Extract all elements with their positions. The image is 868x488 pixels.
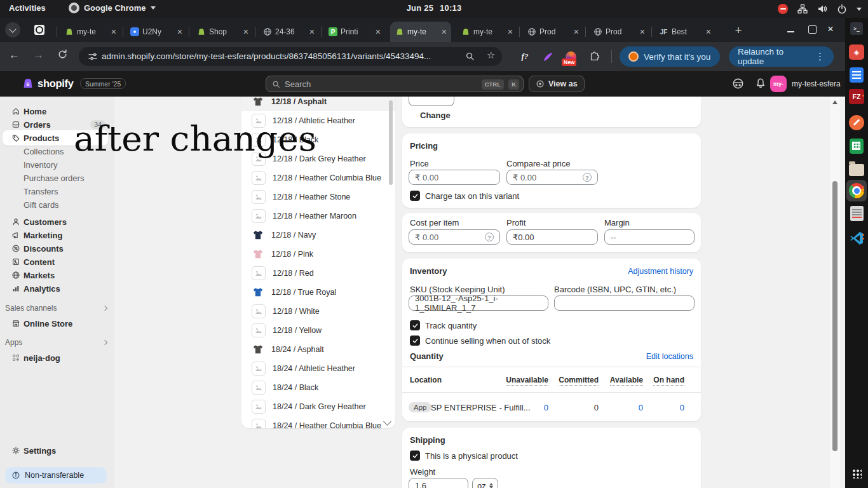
col-committed[interactable]: Committed <box>548 376 599 384</box>
margin-input[interactable]: -- <box>604 229 695 245</box>
screenshot-editor-icon[interactable] <box>848 114 865 131</box>
variant-list-scrollbar[interactable] <box>389 100 393 185</box>
variant-list-item[interactable]: 12/18 / Heather Columbia Blue <box>241 168 395 187</box>
sku-input[interactable]: 3001B-12_-Asp25-1_i-1_SIMILAR_1_7 <box>409 295 548 311</box>
sidebar-item-online-store[interactable]: Online Store <box>0 316 114 330</box>
extension-lightshot-icon[interactable] <box>541 50 554 63</box>
sidebar-item-markets[interactable]: Markets <box>0 268 114 282</box>
filezilla-icon[interactable] <box>848 88 865 105</box>
profit-input[interactable]: ₹0.00 <box>506 229 598 245</box>
sidebar-item-gift-cards[interactable]: Gift cards <box>0 198 114 212</box>
variant-list-item[interactable]: 12/18 / White <box>241 302 395 321</box>
system-tray[interactable] <box>778 0 862 18</box>
variant-list-item[interactable]: 12/18 / True Royal <box>241 283 395 302</box>
variant-list-item[interactable]: 12/18 / Navy <box>241 226 395 245</box>
sidebar-item-transfers[interactable]: Transfers <box>0 184 114 198</box>
track-quantity-checkbox[interactable] <box>410 320 420 330</box>
store-avatar[interactable]: my- <box>770 76 787 92</box>
variant-list-item[interactable]: 12/18 / Black <box>241 130 395 149</box>
sidebar-item-customers[interactable]: Customers <box>0 215 114 229</box>
variant-list-item[interactable]: 18/24 / Athletic Heather <box>241 359 395 378</box>
col-unavailable[interactable]: Unavailable <box>498 376 548 384</box>
window-minimize-button[interactable] <box>787 24 796 33</box>
sidebar-item-orders[interactable]: Orders 34 <box>0 118 114 132</box>
shopify-logo[interactable]: s shopify <box>22 76 74 90</box>
sidebar-item-home[interactable]: Home <box>0 104 114 118</box>
on-hand-value[interactable]: 0 <box>634 403 684 412</box>
browser-tab[interactable]: my-te × <box>60 22 121 42</box>
change-image-button[interactable]: Change <box>420 111 451 120</box>
show-apps-grid-icon[interactable] <box>848 465 865 482</box>
browser-tab[interactable]: U2Ny × <box>126 22 187 42</box>
spreadsheet-app-icon[interactable] <box>848 138 865 154</box>
edition-badge[interactable]: Summer '25 <box>80 78 126 89</box>
continue-selling-checkbox[interactable] <box>410 336 420 346</box>
cost-input[interactable]: ₹ 0.00 <box>409 229 500 245</box>
tab-close-icon[interactable]: × <box>376 27 381 36</box>
tab-close-icon[interactable]: × <box>243 27 248 36</box>
bookmark-star-icon[interactable]: ☆ <box>487 50 495 61</box>
weight-unit-select[interactable]: oz <box>472 478 498 488</box>
zoom-page-icon[interactable] <box>465 51 475 63</box>
scrollbar-thumb[interactable] <box>832 181 837 451</box>
plan-banner[interactable]: Non-transferable <box>5 467 107 484</box>
pinned-tab-favicon[interactable] <box>34 25 44 35</box>
variant-list-item[interactable]: 12/18 / Yellow <box>241 321 395 340</box>
scroll-up-arrow-icon[interactable] <box>832 100 837 104</box>
variant-list-item[interactable]: 18/24 / Dark Grey Heather <box>241 397 395 416</box>
browser-tab[interactable]: Best × <box>654 22 715 42</box>
extensions-puzzle-icon[interactable] <box>588 50 601 63</box>
file-manager-icon[interactable] <box>848 160 865 177</box>
extension-fakefiller-icon[interactable] <box>519 50 531 63</box>
view-as-button[interactable]: View as <box>529 76 585 92</box>
variant-list-item[interactable]: 12/18 / Red <box>241 264 395 283</box>
weight-input[interactable]: 1.6 <box>409 478 468 488</box>
sidebar-item-settings[interactable]: Settings <box>0 444 114 458</box>
help-icon[interactable] <box>583 173 592 182</box>
page-scrollbar[interactable] <box>830 97 840 488</box>
forward-button[interactable]: → <box>33 49 44 62</box>
sidebar-item-collections[interactable]: Collections <box>0 144 114 158</box>
window-close-button[interactable]: × <box>827 23 834 36</box>
variant-list-item[interactable]: 18/24 / Heather Columbia Blue <box>241 416 395 428</box>
tab-close-icon[interactable]: × <box>508 27 513 36</box>
charge-tax-checkbox[interactable] <box>410 191 420 201</box>
document-app-icon[interactable] <box>848 67 865 83</box>
document-viewer-icon[interactable] <box>848 205 865 222</box>
variant-list-item[interactable]: 12/18 / Asphalt <box>241 97 395 111</box>
variant-list-item[interactable]: 12/18 / Dark Grey Heather <box>241 149 395 168</box>
clock[interactable]: Jun 2510:13 <box>0 3 868 13</box>
browser-tab[interactable]: 24-36 × <box>258 22 319 42</box>
variant-image-box[interactable] <box>409 97 454 106</box>
browser-tab[interactable]: Prod × <box>588 22 649 42</box>
variant-list-item[interactable]: 18/24 / Black <box>241 378 395 397</box>
back-button[interactable]: ← <box>9 49 20 62</box>
sidekick-icon[interactable] <box>732 78 744 92</box>
tab-search-button[interactable] <box>5 22 20 37</box>
physical-product-checkbox[interactable] <box>410 451 420 461</box>
relaunch-update-button[interactable]: Relaunch to update ⋮ <box>729 46 834 67</box>
tab-close-icon[interactable]: × <box>111 27 116 36</box>
browser-tab[interactable]: Prod × <box>522 22 583 42</box>
tab-close-icon[interactable]: × <box>574 27 579 36</box>
compare-at-input[interactable]: ₹ 0.00 <box>506 170 598 185</box>
edit-locations-link[interactable]: Edit locations <box>646 352 693 361</box>
terminal-icon[interactable] <box>848 20 865 37</box>
sidebar-item-purchase-orders[interactable]: Purchase orders <box>0 171 114 185</box>
sales-channels-header[interactable]: Sales channels <box>5 304 109 313</box>
help-icon[interactable] <box>485 233 494 241</box>
chrome-menu-icon[interactable]: ⋮ <box>815 51 825 62</box>
sidebar-item-content[interactable]: Content <box>0 255 114 269</box>
address-bar[interactable]: admin.shopify.com/store/my-test-esfera/p… <box>79 47 502 66</box>
variant-list-item[interactable]: 18/24 / Asphalt <box>241 340 395 359</box>
sidebar-item-discounts[interactable]: Discounts <box>0 241 114 255</box>
browser-tab[interactable]: my-te × <box>390 22 451 42</box>
apps-header[interactable]: Apps <box>5 338 109 347</box>
sidebar-item-neija-dog[interactable]: neija-dog <box>0 351 114 365</box>
reload-button[interactable] <box>57 49 68 63</box>
store-name[interactable]: my-test-esfera <box>792 79 841 88</box>
tab-close-icon[interactable]: × <box>442 27 447 36</box>
browser-tab[interactable]: Shop × <box>192 22 253 42</box>
tab-close-icon[interactable]: × <box>706 27 711 36</box>
notifications-bell-icon[interactable] <box>755 78 766 92</box>
